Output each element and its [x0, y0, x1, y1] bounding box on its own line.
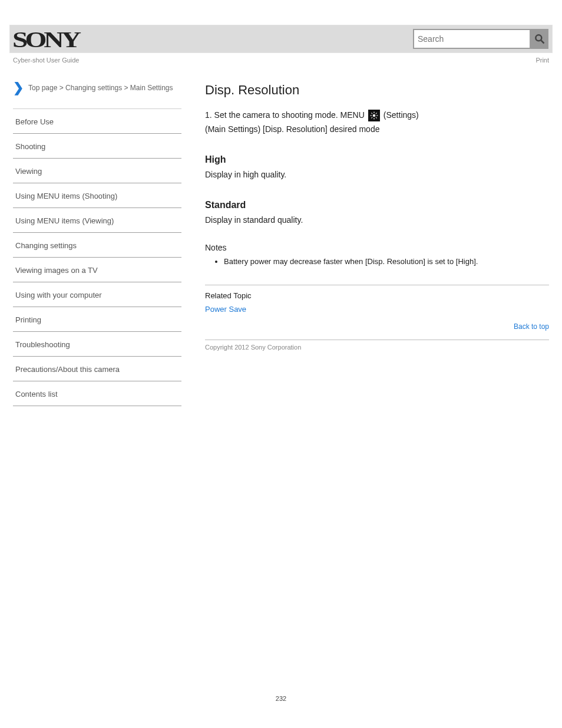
option-high-body: Display in high quality.: [205, 167, 549, 182]
notes-heading: Notes: [205, 243, 549, 252]
search-input[interactable]: [413, 29, 531, 49]
chevron-right-icon: ❯: [13, 81, 24, 94]
sidebar-item-menu-viewing[interactable]: Using MENU items (Viewing): [13, 208, 181, 233]
svg-line-1: [541, 41, 544, 44]
svg-line-8: [376, 117, 377, 118]
instruction-text-2: (Settings): [384, 108, 419, 123]
option-high-title: High: [205, 154, 549, 165]
sidebar-item-changing-settings[interactable]: Changing settings: [13, 233, 181, 258]
option-standard-title: Standard: [205, 200, 549, 210]
breadcrumb-cat[interactable]: Changing settings: [65, 84, 122, 92]
gear-icon: [368, 110, 380, 121]
sidebar: ❯ Top page > Changing settings > Main Se…: [13, 81, 181, 406]
sub-header: Cyber-shot User Guide Print: [0, 57, 562, 64]
copyright: Copyright 2012 Sony Corporation: [205, 344, 549, 351]
breadcrumb-top[interactable]: Top page: [28, 84, 57, 92]
product-name: Cyber-shot User Guide: [13, 57, 80, 64]
sidebar-item-menu-shooting[interactable]: Using MENU items (Shooting): [13, 183, 181, 208]
sidebar-item-computer[interactable]: Using with your computer: [13, 282, 181, 307]
note-item: Battery power may decrease faster when […: [224, 256, 549, 268]
page-number: 232: [0, 695, 562, 702]
instruction-text-1: 1. Set the camera to shooting mode. MENU: [205, 108, 365, 123]
instruction-line: 1. Set the camera to shooting mode. MENU…: [205, 108, 549, 137]
divider: [205, 340, 549, 340]
svg-point-2: [372, 114, 375, 117]
svg-line-10: [376, 113, 377, 114]
sidebar-item-printing[interactable]: Printing: [13, 307, 181, 332]
breadcrumb-sep: >: [122, 84, 130, 92]
sidebar-item-troubleshooting[interactable]: Troubleshooting: [13, 332, 181, 357]
svg-line-9: [371, 117, 372, 118]
sidebar-item-shooting[interactable]: Shooting: [13, 134, 181, 159]
header-bar: SONY: [9, 25, 553, 53]
divider: [205, 285, 549, 285]
related-topic-heading: Related Topic: [205, 291, 549, 300]
related-topic-link[interactable]: Power Save: [205, 305, 549, 314]
option-standard-body: Display in standard quality.: [205, 213, 549, 228]
breadcrumb-sep: >: [57, 84, 65, 92]
search-button[interactable]: [531, 29, 548, 49]
search-icon: [534, 33, 546, 45]
breadcrumb: ❯ Top page > Changing settings > Main Se…: [13, 81, 181, 94]
print-link[interactable]: Print: [535, 57, 549, 64]
svg-line-7: [371, 113, 372, 114]
search-wrap: [413, 29, 548, 49]
back-to-top-link[interactable]: Back to top: [514, 322, 549, 331]
sidebar-item-viewing[interactable]: Viewing: [13, 159, 181, 183]
back-to-top-wrap: Back to top: [205, 321, 549, 331]
notes-list: Battery power may decrease faster when […: [224, 256, 549, 268]
brand-logo: SONY: [12, 27, 78, 52]
svg-point-0: [535, 35, 541, 41]
sidebar-item-contents-list[interactable]: Contents list: [13, 381, 181, 406]
breadcrumb-sub[interactable]: Main Settings: [130, 84, 173, 92]
sidebar-item-precautions[interactable]: Precautions/About this camera: [13, 357, 181, 381]
page-title: Disp. Resolution: [205, 83, 549, 98]
sidebar-item-before-use[interactable]: Before Use: [13, 108, 181, 134]
main-content: Disp. Resolution 1. Set the camera to sh…: [181, 81, 549, 406]
instruction-text-3: (Main Settings) [Disp. Resolution] desir…: [205, 123, 379, 137]
sidebar-item-tv[interactable]: Viewing images on a TV: [13, 258, 181, 282]
